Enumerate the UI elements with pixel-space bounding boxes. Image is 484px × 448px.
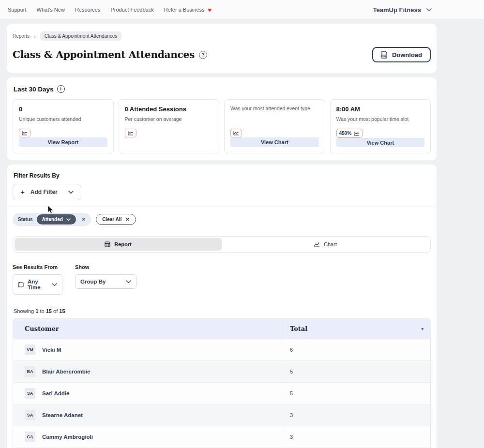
- chevron-down-icon: [68, 191, 74, 194]
- view-chart-button[interactable]: View Chart: [230, 137, 319, 147]
- tab-chart[interactable]: Chart: [222, 238, 429, 251]
- column-header-total[interactable]: Total ▾: [283, 319, 430, 339]
- stat-value: 0: [19, 105, 107, 113]
- showing-label: Showing: [14, 308, 34, 314]
- heart-icon: ♥: [208, 6, 212, 14]
- table-row[interactable]: BA Blair Abercrombie 5: [13, 360, 430, 382]
- column-header-customer[interactable]: Customer: [13, 319, 283, 339]
- avatar: SA: [25, 388, 35, 399]
- divider: [7, 207, 437, 207]
- page-title: Class & Appointment Attendances: [13, 49, 195, 60]
- tab-chart-label: Chart: [324, 241, 337, 247]
- stat-subtitle: Unique customers attended: [19, 116, 107, 122]
- table-header-row: Customer Total ▾: [13, 319, 430, 339]
- time-range-dropdown[interactable]: Any Time: [13, 274, 62, 295]
- filter-field-label: Status: [18, 217, 33, 222]
- customer-name-link[interactable]: Sari Addie: [42, 390, 69, 396]
- filter-heading: Filter Results By: [14, 172, 431, 179]
- trend-badge-value: 450%: [339, 131, 352, 136]
- customer-name-link[interactable]: Cammy Ambrogioli: [42, 434, 93, 440]
- account-menu[interactable]: TeamUp Fitness: [373, 6, 432, 14]
- showing-summary: Showing 1 to 15 of 15: [14, 308, 431, 314]
- nav-links: Support What's New Resources Product Fee…: [8, 6, 212, 14]
- breadcrumb-current[interactable]: Class & Appointment Attendances: [40, 31, 122, 41]
- table-row[interactable]: VM Vicki M 6: [13, 339, 430, 360]
- stat-card-event-type: Was your most attended event type View C…: [224, 99, 325, 153]
- nav-resources[interactable]: Resources: [75, 7, 101, 13]
- summary-panel: Last 30 Days i 0 Unique customers attend…: [7, 77, 437, 160]
- stat-card-time-slot: 8:00 AM Was your most popular time slot …: [330, 99, 431, 153]
- status-filter-chip: Status Attended ✕: [13, 213, 91, 226]
- nav-support[interactable]: Support: [8, 7, 27, 13]
- table-row[interactable]: CA Cammy Ambrogioli 3: [13, 426, 430, 448]
- remove-filter-icon[interactable]: ✕: [80, 217, 87, 222]
- title-row: Class & Appointment Attendances ? CSV Do…: [13, 47, 431, 62]
- showing-to: 15: [46, 308, 52, 314]
- total-cell: 5: [283, 361, 430, 382]
- stat-subtitle: Per customer on average: [125, 116, 213, 122]
- customer-cell: BA Blair Abercrombie: [13, 361, 283, 382]
- table-row[interactable]: SA Sari Addie 5: [13, 382, 430, 404]
- breadcrumb-reports[interactable]: Reports: [13, 33, 30, 39]
- view-report-button[interactable]: View Report: [19, 137, 107, 147]
- chart-icon: [314, 242, 320, 247]
- view-chart-button[interactable]: View Chart: [336, 138, 425, 147]
- help-icon[interactable]: ?: [199, 51, 207, 59]
- info-icon[interactable]: i: [57, 85, 65, 93]
- total-cell: 5: [283, 383, 430, 404]
- customer-cell: CA Cammy Ambrogioli: [13, 426, 283, 448]
- stat-head: 0 Unique customers attended: [19, 105, 107, 125]
- add-filter-button[interactable]: + Add Filter: [13, 184, 81, 200]
- total-cell: 6: [283, 339, 430, 360]
- stat-subtitle: Was your most attended event type: [230, 105, 319, 111]
- stat-value: 0 Attended Sessions: [125, 105, 213, 113]
- stat-head: 0 Attended Sessions Per customer on aver…: [125, 105, 213, 125]
- showing-to-word: to: [40, 308, 44, 314]
- see-results-control: See Results From Any Time: [13, 264, 62, 295]
- download-button[interactable]: CSV Download: [372, 47, 431, 62]
- avatar: VM: [25, 344, 35, 355]
- chevron-down-icon: [126, 280, 131, 284]
- stat-card-unique-customers: 0 Unique customers attended View Report: [13, 99, 114, 153]
- customer-name-link[interactable]: Stearne Adanet: [42, 412, 83, 418]
- chevron-down-icon: [66, 218, 71, 221]
- filter-value-dropdown[interactable]: Attended: [37, 214, 76, 224]
- customer-cell: VM Vicki M: [13, 339, 283, 360]
- time-range-value: Any Time: [28, 279, 48, 290]
- group-by-dropdown[interactable]: Group By: [75, 274, 136, 289]
- trend-chart-icon[interactable]: [230, 129, 242, 137]
- result-controls: See Results From Any Time Show Group By: [13, 264, 431, 295]
- group-by-value: Group By: [80, 279, 106, 284]
- nav-whats-new[interactable]: What's New: [37, 7, 65, 13]
- customer-name-link[interactable]: Blair Abercrombie: [42, 369, 90, 374]
- trend-chart-icon[interactable]: 450%: [336, 129, 363, 138]
- total-cell: 3: [283, 426, 430, 448]
- customer-name-link[interactable]: Vicki M: [42, 347, 61, 353]
- plus-icon: +: [20, 190, 25, 194]
- trend-chart-icon[interactable]: [19, 129, 30, 137]
- breadcrumb: Reports › Class & Appointment Attendance…: [13, 31, 431, 41]
- tab-report[interactable]: Report: [15, 238, 222, 251]
- summary-heading-row: Last 30 Days i: [14, 85, 431, 93]
- top-navigation: Support What's New Resources Product Fee…: [0, 0, 484, 20]
- clear-all-button[interactable]: Clear All ✕: [96, 214, 136, 225]
- nav-product-feedback[interactable]: Product Feedback: [110, 7, 153, 13]
- chevron-down-icon: [52, 283, 57, 286]
- nav-refer-a-business[interactable]: Refer a Business: [164, 7, 205, 13]
- sort-caret-icon[interactable]: ▾: [421, 327, 424, 331]
- see-results-label: See Results From: [13, 264, 62, 270]
- svg-text:CSV: CSV: [382, 55, 386, 57]
- calendar-icon: [18, 282, 24, 287]
- account-label: TeamUp Fitness: [373, 6, 421, 14]
- stat-card-attended-sessions: 0 Attended Sessions Per customer on aver…: [119, 99, 220, 153]
- close-icon: ✕: [125, 217, 129, 222]
- avatar: CA: [25, 432, 35, 442]
- table-icon: [105, 241, 110, 247]
- stat-head: 8:00 AM Was your most popular time slot: [336, 105, 425, 125]
- stat-cards: 0 Unique customers attended View Report …: [13, 99, 431, 153]
- customer-cell: SA Stearne Adanet: [13, 404, 283, 426]
- trend-chart-icon[interactable]: [125, 129, 136, 137]
- showing-of-word: of: [53, 308, 58, 314]
- view-toggle: Report Chart: [13, 236, 431, 253]
- table-row[interactable]: SA Stearne Adanet 3: [13, 404, 430, 426]
